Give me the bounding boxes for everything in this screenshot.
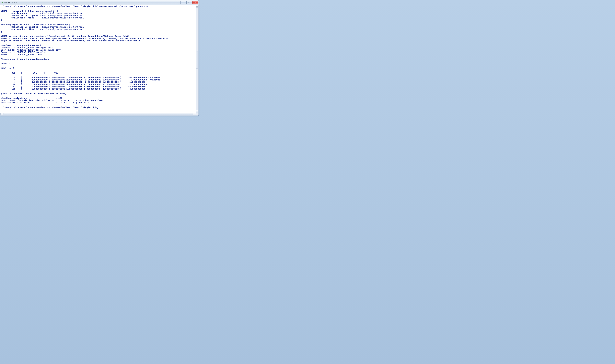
terminal-output: C:\Users\ct\Desktop\nomadExamples_3.8.0\… [0, 5, 196, 113]
terminal-viewport[interactable]: C:\Users\ct\Desktop\nomadExamples_3.8.0\… [0, 5, 196, 113]
app-icon [1, 1, 3, 3]
window-title: nomad.3.8.0 [4, 1, 181, 3]
horizontal-scrollbar[interactable] [0, 113, 198, 116]
maximize-button[interactable] [186, 1, 192, 4]
title-bar[interactable]: nomad.3.8.0 [0, 0, 198, 5]
client-area: C:\Users\ct\Desktop\nomadExamples_3.8.0\… [0, 5, 198, 116]
svg-rect-1 [189, 2, 190, 3]
window-controls [181, 1, 198, 4]
close-button[interactable] [192, 1, 198, 4]
vertical-scroll-thumb[interactable] [196, 51, 198, 68]
scroll-up-icon[interactable] [196, 5, 198, 8]
minimize-button[interactable] [181, 1, 186, 4]
scrollbar-corner [196, 113, 198, 116]
scroll-down-icon[interactable] [196, 110, 198, 113]
scroll-right-icon[interactable] [193, 113, 196, 116]
console-window: nomad.3.8.0 C:\Users\ct\Desktop\nomadExa… [0, 0, 199, 116]
vertical-scrollbar[interactable] [196, 5, 198, 113]
horizontal-scroll-thumb[interactable] [3, 113, 193, 115]
scroll-left-icon[interactable] [0, 113, 3, 116]
